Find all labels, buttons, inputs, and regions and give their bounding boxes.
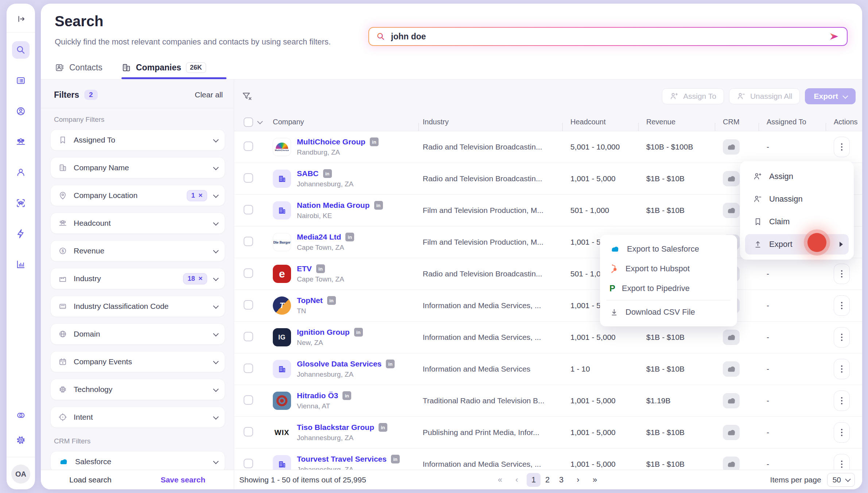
filter-card-company-location[interactable]: Company Location 1✕ [50, 185, 225, 206]
row-checkbox[interactable] [244, 395, 253, 405]
filter-card-intent[interactable]: Intent [50, 407, 225, 428]
linkedin-icon[interactable]: in [327, 296, 336, 305]
row-checkbox[interactable] [244, 205, 253, 214]
clear-all-filters-button[interactable]: Clear all [195, 90, 223, 99]
sidebar-item-contacts[interactable] [12, 102, 30, 120]
sidebar-item-team[interactable] [12, 133, 30, 151]
column-header-actions[interactable]: Actions [826, 118, 862, 126]
sidebar-item-lists[interactable] [12, 72, 30, 89]
company-name-link[interactable]: Media24 Ltd [297, 233, 341, 241]
linkedin-icon[interactable]: in [345, 233, 354, 241]
linkedin-icon[interactable]: in [323, 169, 332, 178]
sidebar-item-analytics[interactable] [12, 256, 30, 273]
linkedin-icon[interactable]: in [379, 423, 387, 432]
linkedin-icon[interactable]: in [342, 391, 351, 400]
column-header-industry[interactable]: Industry [418, 118, 562, 126]
next-page-icon[interactable]: › [571, 473, 585, 487]
menu-item-claim[interactable]: Claim [745, 211, 849, 232]
export-button[interactable]: Export [805, 88, 856, 104]
filter-card-company-name[interactable]: Company Name [50, 157, 225, 178]
sidebar-item-person[interactable] [12, 164, 30, 181]
company-name-link[interactable]: Tourvest Travel Services [297, 455, 387, 463]
row-checkbox[interactable] [244, 364, 253, 373]
row-checkbox[interactable] [244, 237, 253, 246]
tab-companies[interactable]: Companies 26K [121, 62, 206, 73]
load-search-button[interactable]: Load search [69, 475, 112, 484]
column-header-headcount[interactable]: Headcount [562, 118, 638, 126]
linkedin-icon[interactable]: in [374, 201, 383, 210]
linkedin-icon[interactable]: in [354, 328, 363, 337]
filter-card-assigned-to[interactable]: Assigned To [50, 129, 225, 151]
assign-to-button[interactable]: Assign To [662, 88, 724, 104]
linkedin-icon[interactable]: in [370, 137, 379, 146]
company-name-link[interactable]: Hitradio Ö3 [297, 391, 338, 400]
company-name-link[interactable]: TopNet [297, 296, 323, 305]
linkedin-icon[interactable]: in [386, 360, 395, 368]
company-name-link[interactable]: Tiso Blackstar Group [297, 423, 374, 432]
page-button-2[interactable]: 2 [540, 473, 554, 487]
filter-card-technology[interactable]: Technology [50, 379, 225, 400]
chevron-down-icon[interactable] [257, 119, 263, 124]
clear-filter-icon[interactable]: ✕ [198, 275, 203, 282]
linkedin-icon[interactable]: in [316, 264, 325, 273]
page-button-1[interactable]: 1 [527, 473, 540, 487]
first-page-icon[interactable]: « [493, 473, 507, 487]
filter-card-headcount[interactable]: Headcount [50, 213, 225, 234]
row-actions-button[interactable] [834, 264, 850, 284]
row-checkbox[interactable] [244, 268, 253, 278]
company-name-link[interactable]: Glosolve Data Services [297, 360, 381, 368]
row-checkbox[interactable] [244, 459, 253, 468]
last-page-icon[interactable]: » [588, 473, 602, 487]
row-actions-button[interactable] [834, 422, 850, 443]
column-header-assigned-to[interactable]: Assigned To [759, 118, 826, 126]
filter-count-badge[interactable]: 1✕ [187, 190, 207, 201]
filter-card-domain[interactable]: Domain [50, 323, 225, 345]
filter-card-company-events[interactable]: Company Events [50, 351, 225, 372]
filter-card-salesforce[interactable]: Salesforce [50, 451, 225, 470]
submenu-item-export-to-hubspot[interactable]: Export to Hubspot [600, 259, 737, 279]
column-header-revenue[interactable]: Revenue [638, 118, 715, 126]
save-search-button[interactable]: Save search [160, 475, 205, 484]
filter-card-revenue[interactable]: $ Revenue [50, 240, 225, 261]
search-input[interactable] [391, 32, 823, 42]
clear-column-filters-icon[interactable] [241, 91, 252, 102]
company-name-link[interactable]: MultiChoice Group [297, 137, 365, 146]
submenu-item-export-to-salesforce[interactable]: Export to Salesforce [600, 239, 737, 259]
unassign-all-button[interactable]: Unassign All [729, 88, 800, 104]
sidebar-item-automation[interactable] [12, 225, 30, 242]
row-checkbox[interactable] [244, 427, 253, 436]
filter-card-industry[interactable]: Industry 18✕ [50, 268, 225, 289]
company-name-link[interactable]: ETV [297, 264, 312, 273]
menu-item-unassign[interactable]: Unassign [745, 189, 849, 209]
row-checkbox[interactable] [244, 332, 253, 341]
menu-item-export[interactable]: Export [745, 234, 849, 255]
clear-filter-icon[interactable]: ✕ [198, 192, 203, 199]
filter-count-badge[interactable]: 18✕ [183, 273, 207, 284]
row-checkbox[interactable] [244, 300, 253, 310]
theme-toggle-icon[interactable] [12, 407, 30, 424]
items-per-page-select[interactable]: 50 [827, 473, 855, 487]
row-actions-button[interactable] [834, 359, 850, 379]
company-name-link[interactable]: Nation Media Group [297, 201, 370, 210]
row-checkbox[interactable] [244, 141, 253, 151]
row-actions-button[interactable] [834, 327, 850, 348]
company-name-link[interactable]: Ignition Group [297, 328, 350, 337]
row-checkbox[interactable] [244, 173, 253, 183]
user-avatar[interactable]: OA [11, 465, 30, 484]
filter-card-industry-classification-code[interactable]: Industry Classification Code [50, 296, 225, 317]
submenu-item-download-csv-file[interactable]: Download CSV File [600, 302, 737, 322]
linkedin-icon[interactable]: in [391, 455, 400, 463]
select-all-checkbox[interactable] [244, 117, 253, 127]
sidebar-item-search[interactable] [12, 41, 30, 59]
previous-page-icon[interactable]: ‹ [510, 473, 524, 487]
row-actions-button[interactable] [834, 391, 850, 411]
row-actions-button[interactable] [834, 137, 850, 157]
send-search-icon[interactable] [828, 31, 840, 42]
column-header-company[interactable]: Company [271, 118, 418, 126]
sidebar-item-prospect-scan[interactable] [12, 194, 30, 212]
company-name-link[interactable]: SABC [297, 169, 319, 178]
row-actions-button[interactable] [834, 295, 850, 316]
collapse-sidebar-icon[interactable] [16, 14, 26, 24]
menu-item-assign[interactable]: Assign [745, 166, 849, 187]
tab-contacts[interactable]: Contacts [55, 63, 102, 73]
